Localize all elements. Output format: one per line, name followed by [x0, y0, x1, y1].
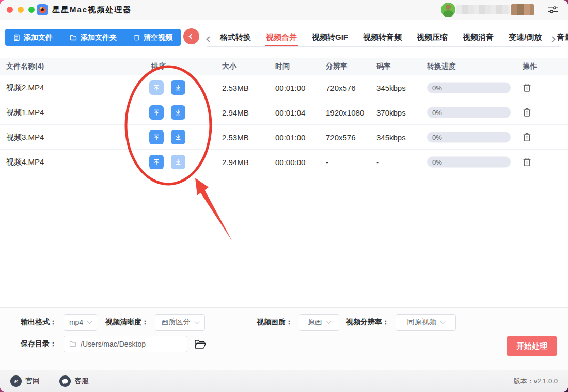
- file-size: 2.94MB: [222, 157, 249, 166]
- collapse-panel-button[interactable]: [183, 28, 199, 44]
- chevron-right-icon: [549, 36, 555, 42]
- chevron-down-icon: [440, 319, 445, 324]
- sort-buttons: [149, 130, 185, 144]
- file-size: 2.53MB: [222, 133, 249, 141]
- camera-lens-icon: [39, 7, 46, 13]
- file-bitrate: 345kbps: [376, 133, 406, 141]
- zoom-window-button[interactable]: [28, 7, 35, 13]
- move-up-button[interactable]: [149, 130, 164, 144]
- tab-format-convert[interactable]: 格式转换: [220, 28, 251, 46]
- column-bitrate: 码率: [376, 62, 391, 71]
- browser-e-icon: e: [10, 375, 22, 387]
- move-down-button[interactable]: [171, 130, 185, 144]
- arrow-down-to-bar-icon: [175, 109, 182, 116]
- save-dir-label: 保存目录：: [21, 339, 57, 349]
- tabs-scroll-left-button[interactable]: [207, 34, 211, 43]
- file-name: 视频1.MP4: [6, 107, 44, 117]
- output-format-label: 输出格式：: [21, 318, 57, 327]
- tab-video-to-gif[interactable]: 视频转GIF: [312, 28, 348, 46]
- tab-speed-reverse[interactable]: 变速/倒放: [509, 28, 542, 46]
- user-avatar[interactable]: [441, 3, 455, 17]
- sort-buttons: [149, 105, 185, 120]
- file-name: 视频4.MP4: [6, 157, 44, 167]
- delete-row-button[interactable]: [523, 132, 531, 142]
- settings-tune-icon[interactable]: [547, 5, 559, 15]
- move-down-button[interactable]: [171, 105, 185, 120]
- column-size: 大小: [222, 62, 236, 71]
- chevron-left-icon: [206, 36, 212, 42]
- arrow-down-to-bar-icon: [175, 134, 182, 141]
- clear-videos-button[interactable]: 清空视频: [125, 29, 181, 46]
- tabs-divider: [207, 46, 561, 47]
- add-file-label: 添加文件: [24, 33, 53, 42]
- move-up-button[interactable]: [149, 155, 164, 169]
- move-up-button[interactable]: [149, 80, 164, 95]
- arrow-down-to-bar-icon: [175, 158, 182, 166]
- feature-tabs: 格式转换 视频合并 视频转GIF 视频转音频 视频压缩 视频消音 变速/倒放 音…: [220, 28, 544, 46]
- tabs-scroll-right-button[interactable]: [550, 34, 555, 43]
- move-down-button[interactable]: [171, 80, 185, 95]
- user-account-area[interactable]: [441, 3, 559, 17]
- file-resolution: 720x576: [326, 83, 356, 92]
- table-row: 视频3.MP4 2.53MB 00:01:00 720x576 345kbps …: [0, 125, 568, 150]
- delete-row-button[interactable]: [523, 107, 531, 117]
- file-icon: [13, 34, 20, 41]
- file-resolution: 1920x1080: [326, 108, 364, 117]
- add-folder-label: 添加文件夹: [81, 33, 117, 42]
- output-format-value: mp4: [69, 318, 83, 326]
- website-label: 官网: [25, 377, 40, 386]
- titlebar: 星星Mac视频处理器: [0, 0, 568, 20]
- table-header: 文件名称(4) 排序 大小 时间 分辨率 码率 转换进度 操作: [0, 58, 568, 75]
- start-processing-button[interactable]: 开始处理: [507, 336, 557, 356]
- censored-badge: [511, 4, 534, 15]
- file-resolution: 720x576: [326, 133, 356, 141]
- file-bitrate: 345kbps: [376, 83, 406, 92]
- resolution-select[interactable]: 同原视频: [396, 314, 456, 331]
- resolution-value: 同原视频: [407, 318, 436, 327]
- browse-folder-button[interactable]: [194, 339, 207, 349]
- support-label: 客服: [74, 377, 89, 386]
- minimize-window-button[interactable]: [18, 7, 24, 13]
- file-resolution: -: [326, 157, 328, 166]
- open-folder-icon: [194, 339, 207, 349]
- output-settings-panel: 输出格式： mp4 视频清晰度： 画质区分 视频画质： 原画 视频分辨率： 同原…: [0, 307, 568, 370]
- app-window: 星星Mac视频处理器 添加文件 添加文件夹 清空视频: [0, 0, 568, 392]
- resolution-label: 视频分辨率：: [346, 318, 389, 327]
- tab-video-merge[interactable]: 视频合并: [266, 28, 297, 46]
- file-button-group: 添加文件 添加文件夹 清空视频: [5, 29, 181, 46]
- column-file-name: 文件名称(4): [6, 62, 44, 71]
- action-bar: 添加文件 添加文件夹 清空视频 格式转换 视频合并 视频转GIF 视频转音频 视…: [0, 20, 568, 58]
- app-icon: [37, 4, 48, 15]
- trash-icon: [523, 157, 531, 167]
- trash-icon: [523, 132, 531, 142]
- tab-video-compress[interactable]: 视频压缩: [417, 28, 448, 46]
- tab-video-to-audio[interactable]: 视频转音频: [363, 28, 402, 46]
- quality-select[interactable]: 原画: [299, 314, 339, 331]
- arrow-up-from-bar-icon: [153, 158, 160, 166]
- table-row: 视频2.MP4 2.53MB 00:01:00 720x576 345kbps …: [0, 75, 568, 100]
- output-format-select[interactable]: mp4: [64, 314, 97, 331]
- chevron-down-icon: [326, 319, 332, 324]
- save-dir-input[interactable]: /Users/mac/Desktop: [64, 336, 187, 352]
- clarity-select[interactable]: 画质区分: [155, 314, 205, 331]
- sort-buttons: [149, 155, 185, 169]
- file-duration: 00:00:00: [275, 157, 305, 166]
- tab-volume-adjust[interactable]: 音量调整: [557, 28, 568, 46]
- delete-row-button[interactable]: [523, 157, 531, 167]
- quality-label: 视频画质：: [257, 318, 293, 327]
- arrow-up-from-bar-icon: [153, 109, 160, 116]
- add-folder-button[interactable]: 添加文件夹: [61, 29, 125, 46]
- arrow-down-to-bar-icon: [175, 84, 182, 91]
- close-window-button[interactable]: [7, 7, 13, 13]
- file-duration: 00:01:00: [275, 133, 305, 141]
- customer-service-link[interactable]: 客服: [59, 375, 89, 387]
- trash-icon: [523, 83, 531, 92]
- official-website-link[interactable]: e 官网: [10, 375, 40, 387]
- move-up-button[interactable]: [149, 105, 164, 120]
- tab-video-mute[interactable]: 视频消音: [463, 28, 494, 46]
- move-down-button[interactable]: [171, 155, 185, 169]
- chat-bubble-icon: [59, 375, 71, 387]
- delete-row-button[interactable]: [523, 83, 531, 92]
- clarity-value: 画质区分: [162, 318, 191, 327]
- add-file-button[interactable]: 添加文件: [5, 29, 61, 46]
